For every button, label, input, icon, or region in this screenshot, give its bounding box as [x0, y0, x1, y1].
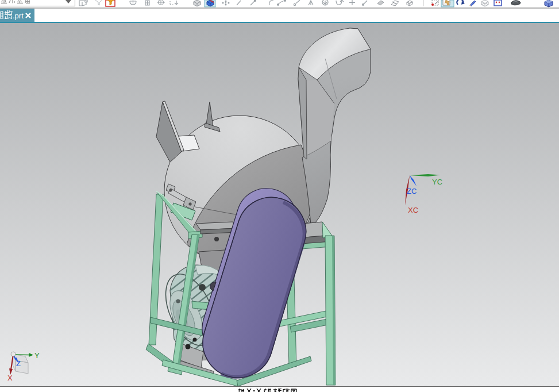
svg-text:.prt: .prt [13, 11, 24, 20]
svg-text:Z: Z [16, 359, 21, 368]
svg-text:YC: YC [432, 178, 442, 186]
svg-text:ZC: ZC [407, 187, 417, 195]
svg-text:X: X [7, 374, 13, 382]
svg-text:XC: XC [408, 206, 418, 214]
svg-text:Y: Y [34, 351, 40, 360]
